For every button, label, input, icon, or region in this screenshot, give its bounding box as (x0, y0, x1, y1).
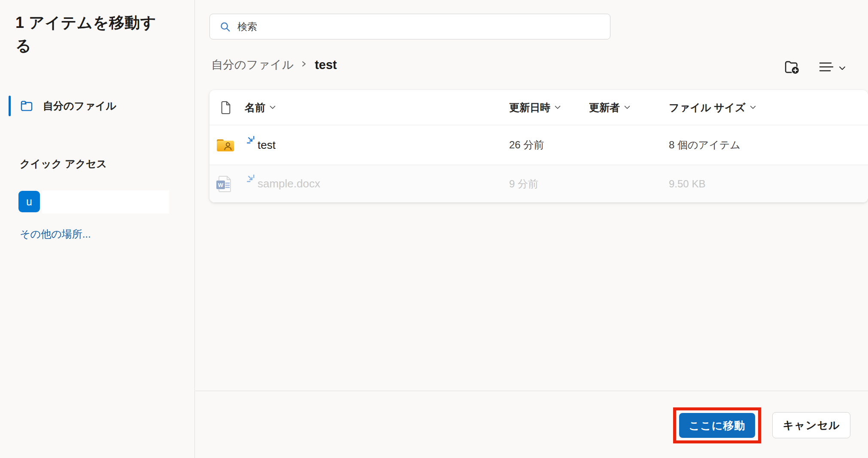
item-size: 9.50 KB (669, 178, 868, 190)
sidebar-item-label: 自分のファイル (43, 99, 116, 113)
item-modified: 26 分前 (509, 138, 589, 152)
file-list-header: 名前 更新日時 更新者 ファイル サイズ (209, 90, 868, 125)
item-name: sample.docx (258, 177, 320, 190)
breadcrumb-current: test (315, 58, 337, 72)
avatar: u (18, 191, 40, 212)
quick-access-name-box (42, 190, 169, 214)
breadcrumb: 自分のファイル test (211, 55, 337, 75)
item-name-cell: test (245, 139, 509, 152)
view-options-button[interactable] (818, 61, 846, 75)
chevron-down-icon (750, 105, 756, 109)
footer-divider (195, 391, 868, 391)
quick-access-item[interactable]: u (0, 190, 195, 214)
column-header-name[interactable]: 名前 (245, 101, 509, 114)
word-document-icon: W (215, 175, 245, 193)
column-header-modified-by[interactable]: 更新者 (589, 101, 669, 114)
search-icon (219, 21, 231, 35)
new-folder-button[interactable] (783, 58, 801, 78)
item-size: 8 個のアイテム (669, 138, 868, 152)
move-dialog-sidebar: 1 アイテムを移動する 自分のファイル クイック アクセス u その他の場所..… (0, 0, 195, 458)
toolbar (783, 58, 846, 78)
chevron-down-icon (624, 105, 630, 109)
dialog-title: 1 アイテムを移動する (15, 11, 171, 57)
column-header-modified[interactable]: 更新日時 (509, 101, 589, 114)
move-here-button[interactable]: ここに移動 (679, 413, 755, 438)
search-box (209, 14, 610, 39)
chevron-down-icon (270, 105, 276, 109)
search-input[interactable] (210, 14, 610, 39)
svg-text:W: W (218, 182, 224, 188)
move-dialog-main: 自分のファイル test (195, 0, 868, 458)
selected-indicator-bar (9, 96, 11, 116)
folder-icon (20, 99, 33, 114)
moving-item-icon (247, 175, 257, 188)
table-row-folder-test[interactable]: test 26 分前 8 個のアイテム (209, 125, 868, 165)
document-type-column-icon (215, 101, 245, 114)
breadcrumb-chevron-icon (301, 59, 307, 70)
annotation-highlight-box: ここに移動 (673, 407, 761, 443)
more-places-link[interactable]: その他の場所... (20, 227, 91, 241)
new-folder-icon (783, 58, 801, 78)
table-row-sample-docx: W sample.docx 9 分前 9.50 KB (209, 165, 868, 202)
sidebar-item-my-files[interactable]: 自分のファイル (0, 93, 195, 118)
item-name: test (258, 139, 276, 152)
item-name-cell: sample.docx (245, 177, 509, 190)
moving-item-icon (247, 136, 257, 149)
chevron-down-icon (555, 105, 561, 109)
quick-access-heading: クイック アクセス (20, 157, 107, 171)
sort-lines-icon (818, 61, 834, 75)
breadcrumb-parent[interactable]: 自分のファイル (211, 57, 294, 72)
cancel-button[interactable]: キャンセル (772, 412, 850, 438)
column-header-file-size[interactable]: ファイル サイズ (669, 101, 868, 114)
file-list: 名前 更新日時 更新者 ファイル サイズ (209, 90, 868, 202)
shared-folder-icon (215, 137, 245, 153)
chevron-down-icon (839, 64, 846, 72)
item-modified: 9 分前 (509, 177, 589, 191)
